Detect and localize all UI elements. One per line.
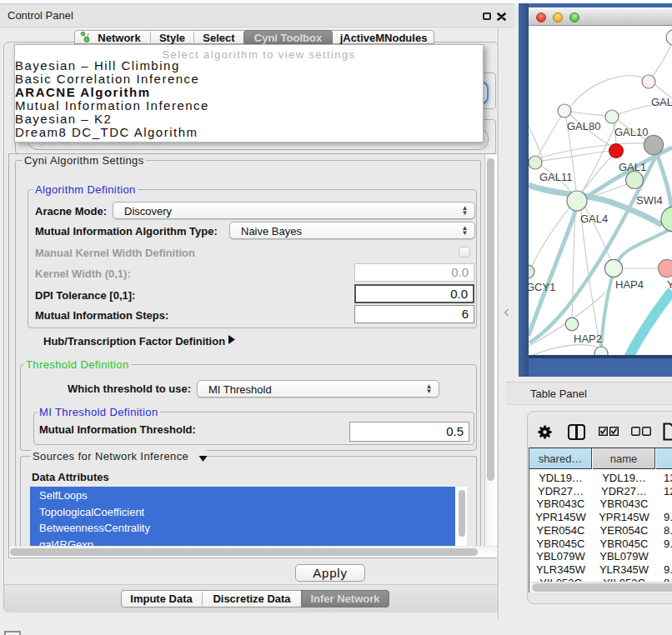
svg-text:YJ: YJ	[667, 278, 672, 291]
svg-text:SWI4: SWI4	[636, 194, 663, 207]
svg-text:GAL80: GAL80	[567, 120, 600, 132]
svg-text:GAL4: GAL4	[580, 212, 608, 225]
svg-text:GCY1: GCY1	[529, 281, 555, 293]
svg-text:GAL1: GAL1	[619, 161, 646, 173]
svg-text:GAL11: GAL11	[539, 171, 573, 183]
svg-text:GAL7: GAL7	[651, 96, 672, 108]
svg-text:GAL10: GAL10	[614, 126, 648, 138]
svg-text:HAP2: HAP2	[574, 332, 602, 345]
svg-text:HAP4: HAP4	[615, 278, 644, 291]
